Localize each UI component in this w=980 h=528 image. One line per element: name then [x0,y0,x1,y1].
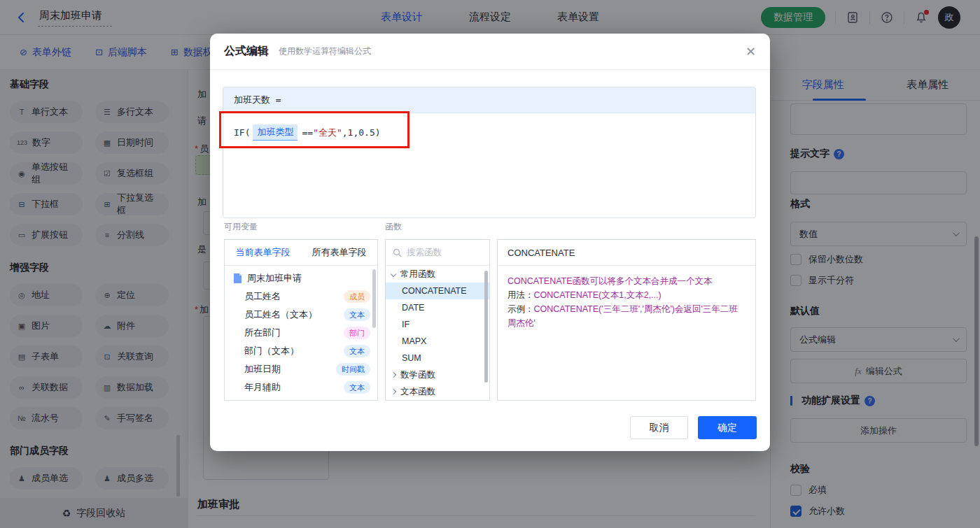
variable-row[interactable]: 部门（文本） 文本 [225,342,377,360]
chevron-right-icon [391,372,396,378]
function-item-date[interactable]: DATE [386,299,489,316]
function-item-sum[interactable]: SUM [386,350,489,366]
field-type-tag: 文本 [344,308,370,321]
form-root-row[interactable]: 周末加班申请 [225,269,377,287]
variable-row[interactable]: 员工姓名 成员 [225,287,377,306]
usage-line: 用法：CONCATENATE(文本1,文本2,...) [507,288,746,302]
cancel-button[interactable]: 取消 [630,416,688,439]
variables-scrollbar-thumb[interactable] [372,269,376,328]
form-designer-app: 周末加班申请 表单设计 流程设定 表单设置 数据管理 [0,0,980,528]
field-type-tag: 文本 [344,345,370,357]
search-input[interactable] [407,248,477,257]
formula-text: IF( [234,127,250,138]
tab-current-form-fields[interactable]: 当前表单字段 [225,240,301,265]
tab-all-form-fields[interactable]: 所有表单字段 [301,240,377,265]
close-icon[interactable]: ✕ [746,45,756,58]
formula-operator: == [302,127,313,138]
variables-tabs: 当前表单字段 所有表单字段 [225,240,377,266]
field-chip[interactable]: 加班类型 [253,124,298,141]
functions-panel: 常用函数 CONCATENATE DATE IF MAPX SUM 数学函数 文… [385,239,490,401]
search-icon [393,248,402,257]
chevron-right-icon [391,389,396,394]
variables-label: 可用变量 [224,221,258,233]
formula-editor-modal: 公式编辑 使用数学运算符编辑公式 ✕ 加班天数 = IF( 加班类型 == "全… [210,34,770,451]
function-group-common[interactable]: 常用函数 [386,266,489,283]
example-line: 示例：CONCATENATE('三年二班','周杰伦')会返回'三年二班周杰伦' [507,302,746,330]
function-item-if[interactable]: IF [386,316,489,333]
modal-subtitle: 使用数学运算符编辑公式 [279,45,371,57]
variables-panel: 当前表单字段 所有表单字段 周末加班申请 员工姓名 成员 员工姓名（文本） 文本 [224,239,378,401]
functions-label: 函数 [385,221,402,233]
function-item-mapx[interactable]: MAPX [386,333,489,350]
formula-input-area[interactable]: IF( 加班类型 == "全天" ,1,0.5) [223,113,755,152]
function-search [386,240,489,266]
variable-row[interactable]: 员工姓名（文本） 文本 [225,306,377,324]
variable-row[interactable]: 年月辅助 文本 [225,378,377,397]
formula-text: ,1,0.5) [342,127,381,138]
function-description-title: CONCATENATE [498,240,755,266]
function-group-math[interactable]: 数学函数 [386,366,489,383]
field-type-tag: 文本 [344,381,370,394]
function-description-body: CONCATENATE函数可以将多个文本合并成一个文本 用法：CONCATENA… [498,266,755,338]
formula-string: "全天" [313,127,342,139]
formula-target: 加班天数 = [223,87,755,113]
formula-editor-box: 加班天数 = IF( 加班类型 == "全天" ,1,0.5) [223,87,756,218]
chevron-down-icon [391,271,396,277]
function-group-text[interactable]: 文本函数 [386,383,489,400]
field-type-tag: 成员 [344,290,370,303]
modal-header: 公式编辑 使用数学运算符编辑公式 ✕ [210,34,770,70]
modal-title: 公式编辑 [224,44,269,59]
variables-list: 周末加班申请 员工姓名 成员 员工姓名（文本） 文本 所在部门 部门 部门（文本… [225,266,377,397]
functions-scrollbar-thumb[interactable] [484,271,488,383]
confirm-button[interactable]: 确定 [698,416,757,439]
field-type-tag: 部门 [344,327,370,339]
form-doc-icon [233,273,242,283]
function-item-concatenate[interactable]: CONCATENATE [386,283,489,299]
function-description-panel: CONCATENATE CONCATENATE函数可以将多个文本合并成一个文本 … [497,239,756,401]
variable-row[interactable]: 所在部门 部门 [225,324,377,342]
field-type-tag: 时间戳 [336,363,370,376]
description-line: CONCATENATE函数可以将多个文本合并成一个文本 [507,274,746,288]
variable-row[interactable]: 加班日期 时间戳 [225,360,377,378]
